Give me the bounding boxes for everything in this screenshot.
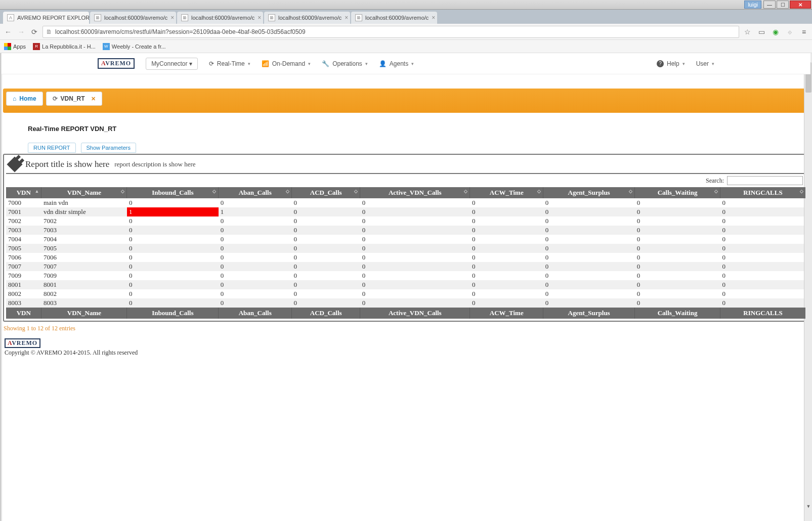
menu-user[interactable]: User▾ [696, 60, 714, 67]
table-row[interactable]: 7000main vdn00000000 [6, 198, 806, 207]
table-cell: 0 [543, 289, 635, 298]
table-cell: 7005 [41, 244, 127, 253]
sort-icon[interactable]: ◇ [464, 189, 467, 194]
table-row[interactable]: 7005700500000000 [6, 244, 806, 253]
table-row[interactable]: 8001800100000000 [6, 280, 806, 289]
table-row[interactable]: 7009700900000000 [6, 271, 806, 280]
sort-icon[interactable]: ◇ [800, 189, 803, 194]
bookmarks-apps[interactable]: Apps [4, 43, 26, 50]
menu-realtime[interactable]: ⟳Real-Time▾ [209, 60, 250, 67]
dropdown-caret-icon: ▾ [189, 60, 192, 67]
search-input[interactable] [727, 176, 803, 185]
table-cell: 0 [127, 244, 219, 253]
entries-info: Showing 1 to 12 of 12 entries [2, 322, 810, 335]
table-row[interactable]: 7001vdn distr simple11000000 [6, 207, 806, 216]
menu-help[interactable]: ?Help▾ [657, 60, 685, 67]
tab-close-icon[interactable]: × [258, 14, 261, 21]
table-cell: 0 [635, 280, 720, 289]
table-row[interactable]: 8002800200000000 [6, 289, 806, 298]
menu-label: Operations [332, 60, 362, 67]
sort-icon[interactable]: ▲ [35, 189, 39, 194]
browser-tab[interactable]: 🗎localhost:60009/avremo/c× [264, 12, 350, 24]
browser-tab[interactable]: 🗎localhost:60009/avremo/c× [90, 12, 176, 24]
menu-operations[interactable]: 🔧Operations▾ [322, 60, 368, 67]
table-row[interactable]: 7006700600000000 [6, 253, 806, 262]
back-button[interactable]: ← [3, 27, 13, 37]
sort-icon[interactable]: ◇ [121, 189, 124, 194]
table-cell: 0 [127, 280, 219, 289]
extension-icon-2[interactable]: ⟐ [785, 27, 795, 37]
scroll-down-arrow[interactable]: ▼ [804, 504, 812, 512]
resize-grip[interactable] [804, 513, 812, 521]
tab-close-button[interactable]: ✕ [91, 96, 96, 102]
app-logo[interactable]: AVREMO [98, 58, 135, 69]
address-bar[interactable]: 🗎 localhost:60009/avremo/cms/restful/Mai… [42, 26, 739, 38]
table-cell: 0 [635, 216, 720, 226]
scrollbar[interactable]: ▲ ▼ [804, 53, 812, 521]
browser-tab[interactable]: AAVREMO REPORT EXPLOR× [3, 12, 89, 24]
browser-tab[interactable]: 🗎localhost:60009/avremo/c× [351, 12, 437, 24]
column-header[interactable]: VDN_Name◇ [41, 187, 127, 198]
table-cell: 0 [360, 198, 470, 207]
bookmark-label: Apps [13, 44, 26, 50]
column-header[interactable]: Active_VDN_Calls◇ [360, 187, 470, 198]
table-cell: 0 [543, 253, 635, 262]
logo-text: VREMO [105, 60, 131, 67]
table-cell: 0 [720, 262, 806, 271]
connector-select[interactable]: MyConnector ▾ [146, 58, 198, 70]
window-maximize-button[interactable]: ☐ [777, 1, 789, 9]
tab-close-icon[interactable]: × [345, 14, 348, 21]
table-cell: 0 [219, 226, 292, 235]
extension-icon[interactable]: ◉ [771, 27, 781, 37]
table-cell: 0 [127, 198, 219, 207]
menu-agents[interactable]: 👤Agents▾ [379, 60, 414, 67]
sort-icon[interactable]: ◇ [714, 189, 718, 194]
tab-home[interactable]: ⌂Home [6, 92, 43, 106]
column-header[interactable]: ACW_Time◇ [470, 187, 543, 198]
forward-button[interactable]: → [16, 27, 26, 37]
bookmark-repubblica[interactable]: RLa Repubblica.it - H... [33, 43, 96, 50]
bookmark-weebly[interactable]: WWeebly - Create a fr... [103, 43, 166, 50]
sort-icon[interactable]: ◇ [354, 189, 358, 194]
table-row[interactable]: 7003700300000000 [6, 226, 806, 235]
sort-icon[interactable]: ◇ [629, 189, 632, 194]
column-header[interactable]: Aban_Calls◇ [219, 187, 292, 198]
tab-close-icon[interactable]: × [170, 14, 174, 21]
column-header[interactable]: Agent_Surplus◇ [543, 187, 635, 198]
table-row[interactable]: 7004700400000000 [6, 235, 806, 244]
sort-icon[interactable]: ◇ [537, 189, 541, 194]
column-header[interactable]: Calls_Waiting◇ [635, 187, 720, 198]
column-header[interactable]: Inbound_Calls◇ [127, 187, 219, 198]
caret-icon: ▾ [411, 61, 414, 66]
menu-label: Help [667, 60, 679, 67]
help-icon: ? [657, 60, 664, 67]
table-cell: 0 [292, 298, 360, 308]
reload-button[interactable]: ⟳ [29, 27, 39, 37]
table-cell: 0 [219, 244, 292, 253]
table-row[interactable]: 7002700200000000 [6, 216, 806, 226]
sort-icon[interactable]: ◇ [286, 189, 289, 194]
table-row[interactable]: 8003800300000000 [6, 298, 806, 308]
table-row[interactable]: 7007700700000000 [6, 262, 806, 271]
devices-icon[interactable]: ▭ [756, 27, 766, 37]
show-parameters-button[interactable]: Show Parameters [81, 143, 136, 153]
browser-tab[interactable]: 🗎localhost:60009/avremo/c× [177, 12, 263, 24]
chrome-menu-button[interactable]: ≡ [799, 27, 809, 37]
column-header[interactable]: RINGCALLS◇ [720, 187, 806, 198]
window-close-button[interactable]: ✕ [790, 1, 811, 9]
table-cell: 0 [292, 198, 360, 207]
table-cell: 0 [360, 226, 470, 235]
column-header[interactable]: VDN▲ [6, 187, 41, 198]
header-label: VDN [17, 189, 31, 196]
run-report-button[interactable]: RUN REPORT [28, 143, 76, 153]
tab-close-icon[interactable]: × [432, 14, 435, 21]
table-cell: 0 [543, 280, 635, 289]
bookmark-star-icon[interactable]: ☆ [742, 27, 752, 37]
tab-vdn-rt[interactable]: ⟳VDN_RT✕ [46, 92, 102, 106]
window-titlebar: luigi — ☐ ✕ [0, 0, 812, 10]
footer-logo: AVREMO [5, 338, 40, 348]
column-header[interactable]: ACD_Calls◇ [292, 187, 360, 198]
sort-icon[interactable]: ◇ [212, 189, 216, 194]
window-minimize-button[interactable]: — [763, 1, 776, 9]
menu-ondemand[interactable]: 📶On-Demand▾ [262, 60, 311, 67]
